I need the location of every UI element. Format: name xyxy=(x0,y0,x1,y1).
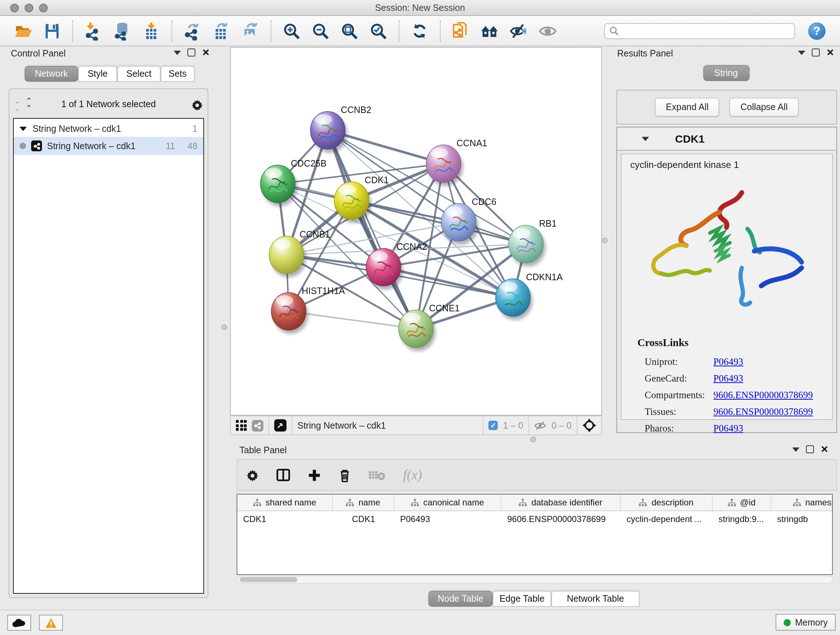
zoom-selected-icon[interactable] xyxy=(368,20,389,42)
export-table-icon[interactable] xyxy=(210,20,232,42)
panel-float-icon[interactable] xyxy=(806,445,814,453)
panel-close-icon[interactable]: ✕ xyxy=(821,446,829,453)
crosslink-link[interactable]: 9606.ENSP00000378699 xyxy=(714,386,813,403)
column-header-name[interactable]: name xyxy=(333,494,394,510)
crosslinks-section: CrossLinks Uniprot:P06493GeneCard:P06493… xyxy=(638,337,825,437)
panel-menu-icon[interactable] xyxy=(792,447,799,451)
add-column-icon[interactable] xyxy=(308,468,321,482)
panel-float-icon[interactable] xyxy=(187,49,195,57)
export-image-icon[interactable] xyxy=(240,20,261,42)
right-splitter-handle[interactable] xyxy=(602,238,608,243)
network-node-RB1[interactable]: RB1 xyxy=(508,218,557,266)
panel-close-icon[interactable]: ✕ xyxy=(202,49,210,56)
node-label: CCNA1 xyxy=(456,138,487,148)
birdseye-navigator-icon[interactable] xyxy=(583,418,596,432)
table-cell[interactable]: stringdb:9... xyxy=(713,511,771,527)
share-document-icon[interactable] xyxy=(450,20,472,42)
search-input[interactable] xyxy=(604,23,795,39)
cloud-button[interactable] xyxy=(7,615,31,631)
tab-select[interactable]: Select xyxy=(117,66,161,82)
show-graphics-icon[interactable] xyxy=(537,20,559,42)
open-file-icon[interactable] xyxy=(12,20,34,42)
crosslink-row: GeneCard:P06493 xyxy=(638,370,825,386)
network-node-CDC25B[interactable]: CDC25B xyxy=(261,158,327,206)
collapse-all-button[interactable]: Collapse All xyxy=(729,98,799,117)
panel-menu-icon[interactable] xyxy=(174,50,181,55)
help-icon[interactable]: ? xyxy=(808,22,826,40)
table-cell[interactable]: cyclin-dependent ... xyxy=(621,511,713,527)
network-node-HIST1H1A[interactable]: HIST1H1A xyxy=(271,286,345,334)
column-header-canonical-name[interactable]: canonical name xyxy=(394,494,501,510)
network-row-selected[interactable]: String Network – cdk1 11 48 xyxy=(14,137,203,155)
selected-indicator-checkbox[interactable]: ✓ xyxy=(489,421,498,430)
home-icon[interactable] xyxy=(479,20,501,42)
table-cell[interactable]: CDK1 xyxy=(333,511,394,527)
table-row: CDK1CDK1P064939606.ENSP00000378699cyclin… xyxy=(237,511,832,527)
status-bar: Memory xyxy=(0,610,840,635)
section-collapse-icon[interactable] xyxy=(642,136,649,141)
import-network-icon[interactable] xyxy=(82,20,104,42)
crosslink-link[interactable]: P06493 xyxy=(714,353,744,370)
crosslink-link[interactable]: 9606.ENSP00000378699 xyxy=(714,403,813,420)
memory-button[interactable]: Memory xyxy=(775,614,836,631)
export-network-icon[interactable] xyxy=(182,20,203,42)
network-node-CDKN1A[interactable]: CDKN1A xyxy=(496,272,563,320)
scrollbar-thumb[interactable] xyxy=(240,577,297,582)
main-toolbar: ? xyxy=(0,16,840,46)
crosslink-link[interactable]: P06493 xyxy=(714,370,744,386)
delete-table-icon[interactable] xyxy=(368,469,386,481)
delete-column-icon[interactable] xyxy=(339,468,351,482)
panel-menu-icon[interactable] xyxy=(798,50,805,55)
column-header-description[interactable]: description xyxy=(621,494,713,510)
refresh-icon[interactable] xyxy=(409,20,431,42)
network-share-icon[interactable] xyxy=(252,420,264,431)
network-node-CDK1[interactable]: CDK1 xyxy=(334,175,389,223)
protein-section-header[interactable]: CDK1 xyxy=(617,127,836,150)
network-node-CDC6[interactable]: CDC6 xyxy=(441,196,496,245)
hidden-eye-icon[interactable] xyxy=(534,420,546,431)
results-panel: Results Panel ✕ String Expand All Collap… xyxy=(612,46,840,441)
tab-string[interactable]: String xyxy=(703,65,749,81)
table-cell[interactable]: stringdb xyxy=(771,511,833,527)
grid-view-icon[interactable] xyxy=(236,420,247,431)
column-header-shared-name[interactable]: shared name xyxy=(237,494,333,510)
zoom-out-icon[interactable] xyxy=(309,20,332,42)
panel-close-icon[interactable]: ✕ xyxy=(826,49,834,56)
tab-network-table[interactable]: Network Table xyxy=(551,591,639,607)
network-canvas[interactable]: CCNB2CCNA1CDC25BCDK1CDC6RB1CCNB1CCNA2CDK… xyxy=(230,47,602,416)
table-horizontal-scrollbar[interactable] xyxy=(237,576,833,584)
crosslink-link[interactable]: P06493 xyxy=(714,420,744,437)
tab-style[interactable]: Style xyxy=(78,66,117,82)
table-settings-gear-icon[interactable] xyxy=(246,469,259,481)
warnings-button[interactable] xyxy=(39,615,63,631)
tab-network[interactable]: Network xyxy=(25,66,78,82)
tab-sets[interactable]: Sets xyxy=(161,66,195,82)
table-cell[interactable]: P06493 xyxy=(394,511,501,527)
tab-node-table[interactable]: Node Table xyxy=(428,591,493,607)
detach-view-icon[interactable] xyxy=(274,419,286,432)
show-columns-icon[interactable] xyxy=(276,469,290,481)
function-builder-icon[interactable]: f(x) xyxy=(403,467,422,483)
crosslink-row: Uniprot:P06493 xyxy=(638,353,825,370)
table-cell[interactable]: 9606.ENSP00000378699 xyxy=(501,511,621,527)
import-database-icon[interactable] xyxy=(111,20,133,42)
column-header-@id[interactable]: @id xyxy=(713,494,771,510)
left-splitter-handle[interactable] xyxy=(221,325,227,330)
hide-graphics-icon[interactable] xyxy=(508,20,530,42)
network-collection-row[interactable]: String Network – cdk1 1 xyxy=(14,121,203,137)
zoom-in-icon[interactable] xyxy=(281,20,302,42)
collection-expand-icon[interactable] xyxy=(19,127,27,131)
horizontal-splitter-handle[interactable] xyxy=(531,437,536,442)
column-header-namespace[interactable]: namespace xyxy=(771,494,833,510)
network-node-CCNA1[interactable]: CCNA1 xyxy=(426,138,487,186)
column-header-database-identifier[interactable]: database identifier xyxy=(501,494,621,510)
import-table-icon[interactable] xyxy=(141,20,162,42)
table-cell[interactable]: CDK1 xyxy=(237,511,333,527)
zoom-fit-icon[interactable] xyxy=(339,20,360,42)
save-session-icon[interactable] xyxy=(41,20,63,42)
tab-edge-table[interactable]: Edge Table xyxy=(493,591,551,607)
panel-float-icon[interactable] xyxy=(812,49,820,57)
network-node-CCNB2[interactable]: CCNB2 xyxy=(310,105,371,153)
network-manager: ⌄⌄ ⌃⌃ 1 of 1 Network selected String Net… xyxy=(9,88,208,598)
expand-all-button[interactable]: Expand All xyxy=(655,98,720,117)
